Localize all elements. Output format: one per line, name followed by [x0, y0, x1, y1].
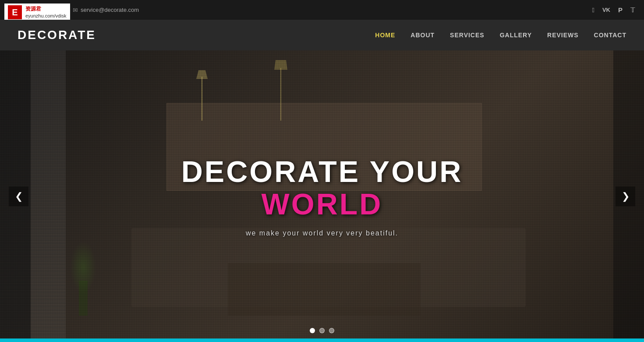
hero-subtitle: we make your world very very beatiful. — [161, 229, 483, 237]
hero-title: DECORATE YOUR WORLD — [161, 155, 483, 221]
bottom-accent-bar — [0, 338, 644, 342]
slider-dots — [310, 328, 334, 333]
social-links:  VK P 𝕋 — [592, 6, 635, 14]
hero-content: DECORATE YOUR WORLD we make your world v… — [161, 155, 483, 238]
hero-title-part1: DECORATE YOUR — [181, 155, 463, 188]
slider-dot-3[interactable] — [329, 328, 334, 333]
nav-contact[interactable]: CONTACT — [594, 32, 626, 39]
hero-title-accent: WORLD — [262, 188, 383, 221]
facebook-icon[interactable]:  — [592, 6, 594, 14]
vk-icon[interactable]: VK — [602, 7, 610, 13]
email-address: service@decorate.com — [81, 7, 139, 13]
nav-services[interactable]: SERVICES — [450, 32, 485, 39]
watermark-logo: E — [8, 5, 22, 19]
nav-about[interactable]: ABOUT — [410, 32, 435, 39]
hero-slider: DECORATE YOUR WORLD we make your world v… — [0, 50, 644, 342]
nav-reviews[interactable]: REVIEWS — [547, 32, 579, 39]
nav-links: HOME ABOUT SERVICES GALLERY REVIEWS CONT… — [375, 32, 626, 39]
top-bar: E 资源君 eyunzhu.com/vdisk ☎ +1 984 732 375… — [0, 0, 644, 20]
pinterest-icon[interactable]: P — [618, 6, 623, 14]
slider-dot-2[interactable] — [319, 328, 325, 333]
email-info: ✉ service@decorate.com — [73, 7, 139, 14]
watermark-text: 资源君 eyunzhu.com/vdisk — [25, 6, 67, 19]
twitter-icon[interactable]: 𝕋 — [630, 6, 635, 14]
watermark: E 资源君 eyunzhu.com/vdisk — [4, 4, 70, 21]
brand-logo[interactable]: DECORATE — [18, 28, 96, 42]
slider-prev-button[interactable]: ❮ — [9, 186, 28, 206]
nav-gallery[interactable]: GALLERY — [500, 32, 532, 39]
email-icon: ✉ — [73, 7, 78, 14]
nav-home[interactable]: HOME — [375, 32, 395, 39]
slider-dot-1[interactable] — [310, 328, 315, 333]
navbar: DECORATE HOME ABOUT SERVICES GALLERY REV… — [0, 20, 644, 50]
slider-next-button[interactable]: ❯ — [616, 186, 635, 206]
